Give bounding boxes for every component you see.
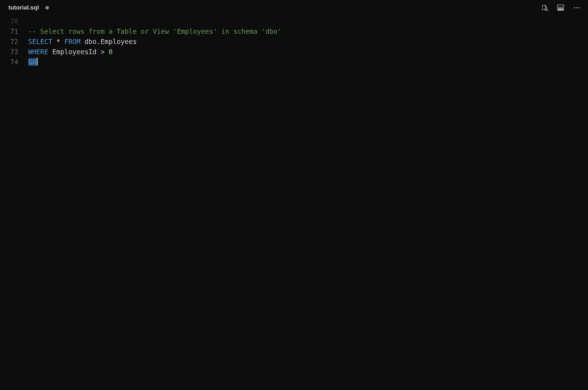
code-editor[interactable]: 70 71 72 73 74 -- Select rows from a Tab… [0,15,588,67]
open-changes-icon[interactable] [539,3,549,13]
code-token: EmployeesId [48,48,101,56]
code-token: FROM [64,38,81,45]
code-content[interactable]: -- Select rows from a Table or View 'Emp… [28,16,282,67]
code-token: * [52,38,64,45]
tab-bar: tutorial.sql [0,0,588,15]
line-number: 70 [0,16,18,26]
tab-tutorial-sql[interactable]: tutorial.sql [0,0,56,15]
svg-point-6 [579,7,580,8]
split-editor-icon[interactable] [556,3,565,13]
code-token: SELECT [28,38,52,45]
svg-point-0 [545,8,548,11]
code-token: GO [28,58,37,66]
code-token: -- Select rows from a Table or View 'Emp… [28,27,282,35]
svg-point-4 [574,7,575,8]
line-number: 73 [0,47,18,57]
code-line[interactable]: GO [28,57,282,67]
code-token: > [101,48,104,56]
code-line[interactable]: WHERE EmployeesId > 0 [28,47,282,57]
more-actions-icon[interactable] [572,3,582,13]
line-number-gutter: 70 71 72 73 74 [0,16,28,67]
code-line[interactable] [28,16,282,26]
tab-group: tutorial.sql [0,0,56,15]
svg-point-5 [576,7,577,8]
editor-actions [539,3,584,13]
code-token: dbo.Employees [81,38,137,45]
line-number: 74 [0,57,18,67]
svg-rect-2 [557,5,564,7]
code-line[interactable]: -- Select rows from a Table or View 'Emp… [28,26,282,37]
tab-dirty-indicator-icon [45,6,49,10]
line-number: 71 [0,26,18,37]
code-line[interactable]: SELECT * FROM dbo.Employees [28,37,282,47]
text-cursor-icon [37,58,38,65]
code-token [104,48,108,56]
svg-rect-3 [557,8,564,11]
svg-line-1 [547,10,548,11]
code-token: WHERE [28,48,48,56]
tab-label: tutorial.sql [8,4,39,11]
line-number: 72 [0,37,18,47]
code-token: 0 [109,48,113,56]
